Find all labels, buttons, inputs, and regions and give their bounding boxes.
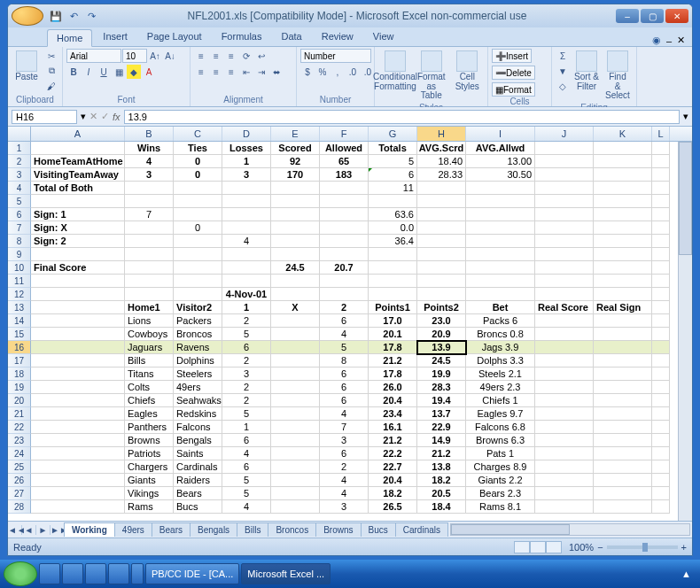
cell-E13[interactable]: X	[271, 301, 320, 314]
cell-H17[interactable]: 24.5	[417, 354, 466, 368]
cell-C16[interactable]: Ravens	[174, 341, 222, 354]
cell-F10[interactable]: 20.7	[320, 261, 369, 275]
cell-A23[interactable]	[31, 434, 125, 447]
cell-F21[interactable]: 4	[320, 407, 369, 421]
cell-C1[interactable]: Ties	[174, 142, 222, 155]
cell-D9[interactable]	[222, 248, 271, 261]
cell-I15[interactable]: Broncs 0.8	[466, 328, 535, 341]
cell-A8[interactable]: Sign: 2	[31, 235, 125, 248]
ribbon-tab-data[interactable]: Data	[272, 28, 310, 46]
col-header-H[interactable]: H	[417, 127, 466, 141]
cell-F2[interactable]: 65	[320, 155, 369, 168]
sheet-nav-button[interactable]: ►	[36, 525, 51, 535]
cell-G28[interactable]: 26.5	[369, 500, 417, 514]
cell-A1[interactable]	[31, 142, 125, 155]
cell-A27[interactable]	[31, 487, 125, 500]
cell-L3[interactable]	[652, 168, 670, 182]
cell-F17[interactable]: 8	[320, 354, 369, 368]
cell-C5[interactable]	[174, 195, 222, 208]
cell-H6[interactable]	[417, 208, 466, 221]
grid-rows[interactable]: 1WinsTiesLossesScoredAllowedTotalsAVG.Sc…	[8, 142, 692, 521]
cell-H25[interactable]: 13.8	[417, 460, 466, 474]
cell-J4[interactable]	[535, 182, 594, 195]
cell-I8[interactable]	[466, 235, 535, 248]
cell-D20[interactable]: 2	[222, 394, 271, 407]
cell-B11[interactable]	[125, 275, 174, 288]
align-middle-icon[interactable]: ≡	[209, 49, 223, 63]
ribbon-minimize-icon[interactable]: –	[666, 35, 672, 46]
cell-J23[interactable]	[535, 434, 594, 447]
cell-H16[interactable]: 13.9	[417, 341, 466, 354]
cell-C27[interactable]: Bears	[174, 487, 222, 500]
sheet-tab-bengals[interactable]: Bengals	[190, 522, 237, 537]
cell-B6[interactable]: 7	[125, 208, 174, 221]
cell-B23[interactable]: Browns	[125, 434, 174, 447]
cell-G9[interactable]	[369, 248, 417, 261]
paste-button[interactable]: Paste	[12, 49, 42, 84]
cell-K1[interactable]	[594, 142, 652, 155]
cell-C8[interactable]	[174, 235, 222, 248]
cell-E27[interactable]	[271, 487, 320, 500]
zoom-in-icon[interactable]: +	[681, 542, 687, 553]
format-as-table-button[interactable]: Format as Table	[415, 49, 448, 103]
col-header-E[interactable]: E	[271, 127, 320, 141]
fill-icon[interactable]: ▼	[556, 64, 570, 78]
cell-I2[interactable]: 13.00	[466, 155, 535, 168]
horizontal-scrollbar[interactable]	[450, 523, 690, 536]
taskbar-item[interactable]	[131, 563, 144, 584]
cell-K8[interactable]	[594, 235, 652, 248]
cell-L16[interactable]	[652, 341, 670, 354]
cell-G8[interactable]: 36.4	[369, 235, 417, 248]
cell-D13[interactable]: 1	[222, 301, 271, 314]
cell-L25[interactable]	[652, 460, 670, 474]
cell-L26[interactable]	[652, 474, 670, 487]
cell-K21[interactable]	[594, 407, 652, 421]
cell-G26[interactable]: 20.4	[369, 474, 417, 487]
quick-launch-folder[interactable]	[39, 563, 60, 584]
underline-button[interactable]: U	[97, 65, 111, 79]
cell-L14[interactable]	[652, 314, 670, 328]
cell-E15[interactable]	[271, 328, 320, 341]
cell-I7[interactable]	[466, 221, 535, 235]
cell-E19[interactable]	[271, 381, 320, 394]
ribbon-tab-review[interactable]: Review	[313, 28, 362, 46]
cell-G2[interactable]: 5	[369, 155, 417, 168]
cell-D17[interactable]: 2	[222, 354, 271, 368]
taskbar-item[interactable]: Microsoft Excel ...	[241, 563, 331, 584]
cell-J9[interactable]	[535, 248, 594, 261]
cell-E24[interactable]	[271, 447, 320, 460]
cell-K22[interactable]	[594, 421, 652, 434]
cell-J7[interactable]	[535, 221, 594, 235]
quick-launch-ie[interactable]	[62, 563, 83, 584]
cell-A10[interactable]: Final Score	[31, 261, 125, 275]
row-header[interactable]: 14	[8, 314, 31, 328]
cell-L6[interactable]	[652, 208, 670, 221]
ribbon-tab-formulas[interactable]: Formulas	[213, 28, 271, 46]
cell-J8[interactable]	[535, 235, 594, 248]
ribbon-tab-home[interactable]: Home	[47, 29, 92, 47]
cell-E12[interactable]	[271, 288, 320, 301]
cell-F7[interactable]	[320, 221, 369, 235]
cell-C25[interactable]: Cardinals	[174, 460, 222, 474]
cell-G6[interactable]: 63.6	[369, 208, 417, 221]
copy-icon[interactable]: ⧉	[44, 64, 58, 78]
cell-L10[interactable]	[652, 261, 670, 275]
cell-B24[interactable]: Patriots	[125, 447, 174, 460]
cell-B8[interactable]	[125, 235, 174, 248]
row-header[interactable]: 10	[8, 261, 31, 275]
cell-C10[interactable]	[174, 261, 222, 275]
row-header[interactable]: 18	[8, 368, 31, 381]
cell-A3[interactable]: VisitingTeamAway	[31, 168, 125, 182]
cell-D8[interactable]: 4	[222, 235, 271, 248]
cell-I19[interactable]: 49ers 2.3	[466, 381, 535, 394]
cell-E3[interactable]: 170	[271, 168, 320, 182]
cell-G15[interactable]: 20.1	[369, 328, 417, 341]
cell-D23[interactable]: 6	[222, 434, 271, 447]
row-header[interactable]: 8	[8, 235, 31, 248]
cell-K26[interactable]	[594, 474, 652, 487]
zoom-out-icon[interactable]: −	[597, 542, 603, 553]
col-header-I[interactable]: I	[466, 127, 535, 141]
cell-K25[interactable]	[594, 460, 652, 474]
cell-H26[interactable]: 18.2	[417, 474, 466, 487]
view-break-icon[interactable]	[546, 541, 562, 553]
